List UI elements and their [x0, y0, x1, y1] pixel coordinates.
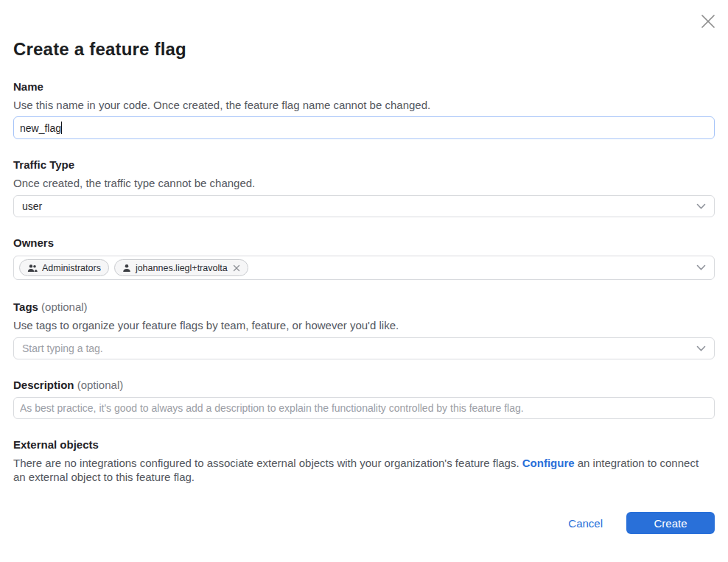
external-objects-text: There are no integrations configured to … — [13, 456, 713, 484]
close-button[interactable] — [699, 12, 718, 31]
create-feature-flag-dialog: Create a feature flag Name Use this name… — [0, 0, 728, 562]
traffic-type-value: user — [22, 200, 42, 212]
configure-link[interactable]: Configure — [522, 457, 575, 469]
dialog-footer: Cancel Create — [13, 512, 715, 534]
chevron-down-icon — [696, 203, 706, 210]
traffic-type-label: Traffic Type — [13, 158, 715, 172]
description-label-text: Description — [13, 379, 74, 391]
chevron-down-icon — [696, 264, 706, 271]
remove-owner-icon[interactable] — [233, 264, 240, 272]
person-icon — [122, 264, 131, 273]
chevron-down-icon — [696, 345, 706, 352]
owner-chip-label: johannes.liegl+travolta — [136, 263, 228, 273]
traffic-type-select[interactable]: user — [13, 195, 715, 217]
name-label: Name — [13, 80, 715, 94]
name-input[interactable] — [13, 116, 715, 139]
tags-input[interactable] — [22, 343, 696, 354]
dialog-title: Create a feature flag — [13, 38, 715, 60]
owners-select[interactable]: Administrators johannes.liegl+travolta — [13, 256, 715, 280]
owner-chip-user[interactable]: johannes.liegl+travolta — [114, 259, 248, 276]
owners-label: Owners — [13, 236, 715, 250]
text-caret — [61, 122, 62, 134]
group-icon — [27, 264, 38, 273]
tags-label-text: Tags — [13, 301, 38, 313]
name-help-text: Use this name in your code. Once created… — [13, 98, 715, 112]
description-label: Description (optional) — [13, 378, 715, 392]
tags-optional-text: (optional) — [41, 301, 88, 313]
create-button[interactable]: Create — [626, 512, 715, 534]
tags-select[interactable] — [13, 337, 715, 359]
tags-label: Tags (optional) — [13, 300, 715, 314]
owner-chip-administrators[interactable]: Administrators — [19, 259, 109, 276]
description-input-wrap — [13, 397, 715, 419]
description-optional-text: (optional) — [77, 379, 124, 391]
external-objects-text-before: There are no integrations configured to … — [13, 457, 522, 469]
cancel-button[interactable]: Cancel — [568, 517, 603, 530]
description-input[interactable] — [13, 397, 715, 419]
close-icon — [700, 13, 716, 29]
traffic-type-help-text: Once created, the traffic type cannot be… — [13, 176, 715, 190]
tags-help-text: Use tags to organize your feature flags … — [13, 318, 715, 332]
name-input-wrap — [13, 116, 715, 139]
external-objects-label: External objects — [13, 438, 715, 452]
owner-chip-label: Administrators — [42, 263, 101, 273]
